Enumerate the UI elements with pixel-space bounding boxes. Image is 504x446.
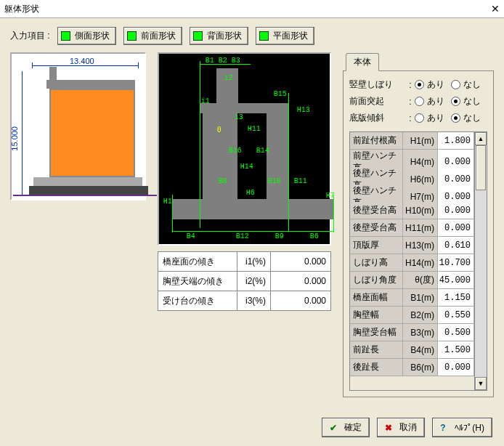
square-icon xyxy=(259,31,269,41)
scroll-up-icon[interactable]: ▲ xyxy=(475,132,487,145)
radio-option[interactable]: なし xyxy=(451,95,487,108)
param-row: 前趾長B4(m)1.500 xyxy=(350,341,474,359)
param-name: しぼり高 xyxy=(350,254,403,271)
table-row: 受け台の傾きi3(%)0.000 xyxy=(158,291,330,311)
radio-group: 竪壁しぼり:ありなし前面突起:ありなし底版傾斜:ありなし xyxy=(349,78,487,124)
param-name: 胸壁受台幅 xyxy=(350,324,403,341)
param-row: しぼり角度θ(度)45.000 xyxy=(350,272,474,289)
param-symbol: H11(m) xyxy=(403,219,438,236)
param-value[interactable]: 0.500 xyxy=(438,324,474,341)
radio-option[interactable]: あり xyxy=(415,112,451,124)
param-row: 後趾長B6(m)0.000 xyxy=(350,359,474,376)
radio-label: 前面突起 xyxy=(349,95,406,108)
radio-icon xyxy=(451,113,460,123)
front-view: B1 B2 B3 i1 i2 i3 θ B15 H13 B16 H11 H14 … xyxy=(158,52,331,246)
side-view: 13.400 15.000 xyxy=(10,52,146,200)
param-name: しぼり角度 xyxy=(350,272,403,288)
param-symbol: B6(m) xyxy=(403,359,438,376)
cancel-button[interactable]: ✖ 取消 xyxy=(377,418,425,437)
param-symbol: B4(m) xyxy=(403,341,438,358)
radio-icon xyxy=(415,80,424,89)
radio-option[interactable]: あり xyxy=(415,95,451,108)
param-symbol: H10(m) xyxy=(403,202,438,219)
table-row: 胸壁天端の傾きi2(%)0.000 xyxy=(158,272,330,291)
param-symbol: θ(度) xyxy=(403,272,438,288)
scroll-thumb[interactable] xyxy=(476,145,486,190)
param-value[interactable]: 0.000 xyxy=(438,219,474,236)
param-name: 胸壁幅 xyxy=(350,307,403,323)
param-row: 橋座面幅B1(m)1.150 xyxy=(350,289,474,307)
input-label: 入力項目 : xyxy=(10,30,50,42)
radio-label: 底版傾斜 xyxy=(349,112,406,124)
scroll-down-icon[interactable]: ▼ xyxy=(475,377,487,390)
param-name: 前趾長 xyxy=(350,341,403,358)
param-row: 後壁ハンチ高H7(m)0.000 xyxy=(350,185,474,202)
radio-option[interactable]: あり xyxy=(415,78,451,91)
cross-icon: ✖ xyxy=(385,423,395,433)
square-icon xyxy=(61,31,70,41)
param-symbol: H1(m) xyxy=(403,132,438,149)
radio-option[interactable]: なし xyxy=(451,78,487,91)
param-name: 前趾付根高 xyxy=(350,132,403,149)
param-value[interactable]: 0.550 xyxy=(438,307,474,323)
titlebar: 躯体形状 ✕ xyxy=(0,0,504,18)
param-symbol: H14(m) xyxy=(403,254,438,271)
param-row: 後壁受台高H11(m)0.000 xyxy=(350,219,474,237)
param-row: 後壁受台高H10(m)0.000 xyxy=(350,202,474,219)
close-icon[interactable]: ✕ xyxy=(491,0,500,17)
view-plan-button[interactable]: 平面形状 xyxy=(256,27,314,45)
param-symbol: B3(m) xyxy=(403,324,438,341)
param-value[interactable]: 0.000 xyxy=(438,202,474,219)
square-icon xyxy=(127,31,137,41)
tab-main[interactable]: 本体 xyxy=(346,53,379,71)
radio-icon xyxy=(451,97,460,106)
param-value[interactable]: 1.150 xyxy=(438,289,474,306)
param-name: 後趾長 xyxy=(350,359,403,376)
radio-icon xyxy=(415,97,424,106)
param-name: 後壁受台高 xyxy=(350,219,403,236)
view-side-button[interactable]: 側面形状 xyxy=(57,27,116,45)
help-button[interactable]: ? ﾍﾙﾌﾟ(H) xyxy=(432,418,492,437)
param-row: しぼり高H14(m)10.700 xyxy=(350,254,474,272)
param-symbol: B2(m) xyxy=(403,307,438,323)
param-value[interactable]: 45.000 xyxy=(438,272,474,288)
radio-label: 竪壁しぼり xyxy=(349,78,406,91)
scrollbar[interactable]: ▲ ▼ xyxy=(474,132,487,390)
ok-button[interactable]: ✔ 確定 xyxy=(322,418,370,437)
param-value[interactable]: 0.000 xyxy=(438,359,474,376)
param-row: 胸壁受台幅B3(m)0.500 xyxy=(350,324,474,341)
radio-icon xyxy=(451,80,460,89)
square-icon xyxy=(193,31,203,41)
param-value[interactable]: 10.700 xyxy=(438,254,474,271)
param-row: 胸壁幅B2(m)0.550 xyxy=(350,307,474,324)
param-row: 頂版厚H13(m)0.610 xyxy=(350,237,474,254)
table-row: 橋座面の傾きi1(%)0.000 xyxy=(158,252,330,272)
radio-option[interactable]: なし xyxy=(451,112,487,124)
param-row: 前壁ハンチ高H4(m)0.000 xyxy=(350,150,474,167)
view-front-button[interactable]: 前面形状 xyxy=(123,27,182,45)
param-name: 橋座面幅 xyxy=(350,289,403,306)
param-symbol: B1(m) xyxy=(403,289,438,306)
param-grid: 前趾付根高H1(m)1.800前壁ハンチ高H4(m)0.000後壁ハンチ高H6(… xyxy=(350,132,474,390)
body-fill xyxy=(49,89,135,177)
param-name: 頂版厚 xyxy=(350,237,403,254)
incline-table: 橋座面の傾きi1(%)0.000 胸壁天端の傾きi2(%)0.000 受け台の傾… xyxy=(158,251,331,311)
help-icon: ? xyxy=(440,423,450,433)
dim-width: 13.400 xyxy=(70,57,94,65)
tab-panel: 竪壁しぼり:ありなし前面突起:ありなし底版傾斜:ありなし 前趾付根高H1(m)1… xyxy=(343,70,494,397)
param-value[interactable]: 1.800 xyxy=(438,132,474,149)
view-back-button[interactable]: 背面形状 xyxy=(190,27,248,45)
param-row: 後壁ハンチ高H6(m)0.000 xyxy=(350,167,474,185)
window-title: 躯体形状 xyxy=(4,0,39,17)
param-row: 前趾付根高H1(m)1.800 xyxy=(350,132,474,150)
dim-height: 15.000 xyxy=(10,126,19,151)
param-value[interactable]: 0.610 xyxy=(438,237,474,254)
radio-icon xyxy=(415,113,424,123)
param-name: 後壁受台高 xyxy=(350,202,403,219)
param-symbol: H13(m) xyxy=(403,237,438,254)
param-value[interactable]: 1.500 xyxy=(438,341,474,358)
check-icon: ✔ xyxy=(330,423,340,433)
